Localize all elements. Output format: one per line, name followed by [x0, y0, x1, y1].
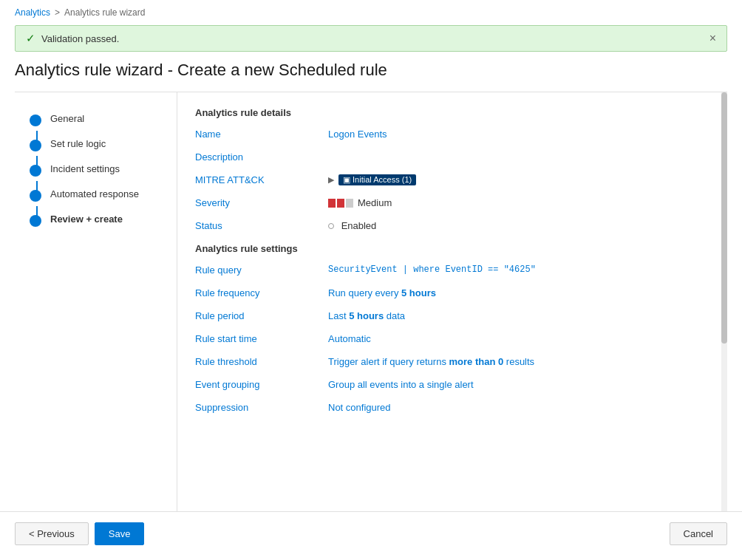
section-title-details: Analytics rule details — [195, 107, 709, 118]
scrollbar-thumb[interactable] — [721, 92, 727, 344]
detail-row-rule-threshold: Rule threshold Trigger alert if query re… — [195, 356, 709, 367]
step-dot-general — [30, 115, 41, 126]
breadcrumb: Analytics > Analytics rule wizard — [0, 0, 742, 25]
period-suffix: data — [384, 310, 405, 321]
step-automated-response[interactable]: Automated response — [15, 182, 177, 208]
breadcrumb-parent[interactable]: Analytics — [15, 7, 50, 18]
detail-row-status: Status Enabled — [195, 220, 709, 231]
step-label-automated-response: Automated response — [50, 188, 139, 199]
value-suppression: Not configured — [328, 402, 709, 413]
wizard-container: General Set rule logic Incident settings… — [0, 92, 742, 556]
label-description: Description — [195, 151, 328, 163]
thresh-suffix: results — [503, 356, 534, 367]
label-severity: Severity — [195, 197, 328, 208]
cancel-button[interactable]: Cancel — [670, 522, 727, 545]
check-icon: ✓ — [26, 32, 35, 45]
thresh-bold: more than 0 — [449, 356, 504, 367]
step-dot-incident-settings — [30, 165, 41, 177]
mitre-count: (1) — [402, 175, 412, 184]
severity-blocks — [328, 199, 353, 208]
status-label: Enabled — [341, 220, 377, 231]
value-severity: Medium — [328, 197, 709, 208]
detail-row-rule-frequency: Rule frequency Run query every 5 hours — [195, 287, 709, 298]
validation-message-area: ✓ Validation passed. — [26, 32, 119, 45]
label-suppression: Suppression — [195, 402, 328, 413]
breadcrumb-separator: > — [55, 7, 60, 18]
sev-block-1 — [328, 199, 336, 208]
mitre-badge: ▣ Initial Access (1) — [338, 174, 416, 185]
sev-block-2 — [337, 199, 344, 208]
wizard-sidebar: General Set rule logic Incident settings… — [15, 92, 177, 511]
freq-bold: 5 hours — [401, 287, 436, 298]
validation-banner: ✓ Validation passed. × — [15, 25, 727, 52]
label-rule-period: Rule period — [195, 310, 328, 321]
detail-row-event-grouping: Event grouping Group all events into a s… — [195, 379, 709, 390]
step-label-review-create: Review + create — [50, 214, 123, 225]
value-rule-start-time: Automatic — [328, 333, 709, 344]
scrollbar-track[interactable] — [721, 92, 727, 511]
detail-row-suppression: Suppression Not configured — [195, 402, 709, 413]
value-event-grouping: Group all events into a single alert — [328, 379, 709, 390]
detail-row-description: Description — [195, 151, 709, 163]
step-label-set-rule-logic: Set rule logic — [50, 138, 106, 149]
value-status: Enabled — [328, 220, 709, 231]
label-name: Name — [195, 129, 328, 140]
value-rule-period: Last 5 hours data — [328, 310, 709, 321]
thresh-prefix: Trigger alert if query returns — [328, 356, 449, 367]
step-review-create[interactable]: Review + create — [15, 208, 177, 233]
label-rule-frequency: Rule frequency — [195, 287, 328, 298]
value-rule-frequency: Run query every 5 hours — [328, 287, 709, 298]
page-title: Analytics rule wizard - Create a new Sch… — [0, 52, 742, 92]
period-bold: 5 hours — [349, 310, 384, 321]
label-rule-query: Rule query — [195, 264, 328, 276]
step-set-rule-logic[interactable]: Set rule logic — [15, 132, 177, 157]
detail-row-mitre: MITRE ATT&CK ▶ ▣ Initial Access (1) — [195, 174, 709, 185]
wizard-body: General Set rule logic Incident settings… — [15, 92, 727, 511]
label-rule-threshold: Rule threshold — [195, 356, 328, 367]
sev-block-3 — [346, 199, 353, 208]
value-mitre: ▶ ▣ Initial Access (1) — [328, 174, 709, 185]
step-general[interactable]: General — [15, 107, 177, 132]
step-dot-automated-response — [30, 190, 41, 202]
validation-message: Validation passed. — [41, 33, 119, 44]
label-status: Status — [195, 220, 328, 231]
step-label-general: General — [50, 113, 84, 124]
detail-row-rule-period: Rule period Last 5 hours data — [195, 310, 709, 321]
validation-close-button[interactable]: × — [709, 33, 716, 44]
step-dot-set-rule-logic — [30, 140, 41, 151]
label-mitre: MITRE ATT&CK — [195, 174, 328, 185]
period-prefix: Last — [328, 310, 349, 321]
detail-panel: Analytics rule details Name Logon Events… — [177, 92, 727, 440]
detail-panel-wrapper: Analytics rule details Name Logon Events… — [177, 92, 727, 511]
severity-label: Medium — [358, 197, 392, 208]
step-label-incident-settings: Incident settings — [50, 163, 120, 174]
label-rule-start-time: Rule start time — [195, 333, 328, 344]
mitre-icon: ▣ — [343, 175, 350, 184]
step-dot-review-create — [30, 215, 41, 227]
detail-row-name: Name Logon Events — [195, 129, 709, 140]
save-button[interactable]: Save — [95, 522, 145, 545]
footer-bar: < Previous Save Cancel — [0, 511, 742, 556]
detail-row-rule-start-time: Rule start time Automatic — [195, 333, 709, 344]
footer-left-buttons: < Previous Save — [15, 522, 144, 545]
section-title-settings: Analytics rule settings — [195, 243, 709, 254]
detail-row-severity: Severity Medium — [195, 197, 709, 208]
mitre-expand-icon[interactable]: ▶ — [328, 175, 334, 185]
detail-row-rule-query: Rule query SecurityEvent | where EventID… — [195, 264, 709, 276]
previous-button[interactable]: < Previous — [15, 522, 89, 545]
step-incident-settings[interactable]: Incident settings — [15, 157, 177, 182]
breadcrumb-current: Analytics rule wizard — [64, 7, 145, 18]
freq-prefix: Run query every — [328, 287, 401, 298]
status-dot — [328, 223, 334, 229]
value-rule-query: SecurityEvent | where EventID == "4625" — [328, 264, 709, 275]
value-name: Logon Events — [328, 129, 709, 140]
label-event-grouping: Event grouping — [195, 379, 328, 390]
mitre-label: Initial Access — [353, 175, 400, 184]
value-rule-threshold: Trigger alert if query returns more than… — [328, 356, 709, 367]
